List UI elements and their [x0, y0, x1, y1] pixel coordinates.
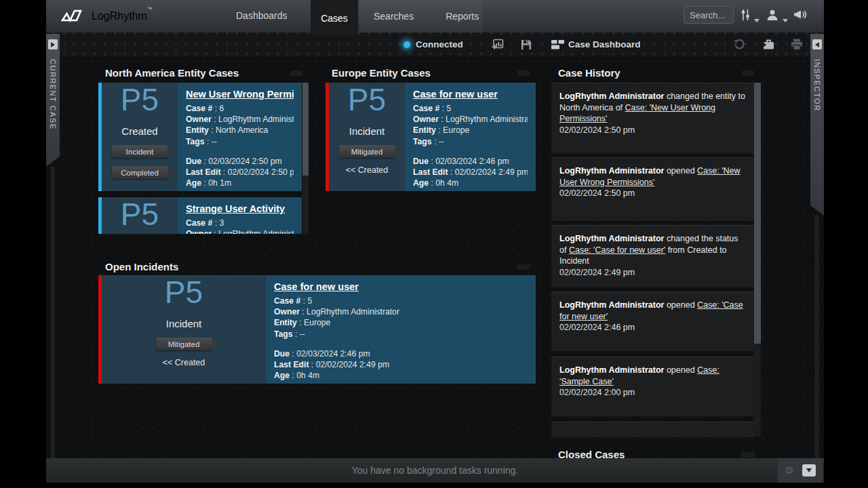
case-field: Age : 0h 4m [274, 370, 528, 381]
priority-label: P5 [121, 197, 159, 231]
actor-name: LogRhythm Administrator [559, 234, 664, 243]
priority-label: P5 [165, 275, 203, 309]
case-title-link[interactable]: Case for new user [413, 89, 528, 100]
case-card[interactable]: P5 Created Incident Completed New User W… [98, 83, 302, 191]
dashboard-name-label[interactable]: Case Dashboard [568, 39, 641, 49]
case-title-link[interactable]: Case for new user [274, 281, 528, 292]
case-link[interactable]: Case: 'Case for new user' [569, 245, 665, 255]
case-history-entry-partial [551, 422, 754, 437]
nav-item-cases-active[interactable]: Cases [311, 0, 358, 36]
panel-title-case-history: Case History [558, 67, 620, 79]
case-field: Case # : 6 [186, 103, 294, 114]
panel-menu-open-incidents[interactable] [517, 264, 530, 270]
north-america-scrollbar[interactable] [302, 83, 309, 234]
logrhythm-logo[interactable]: LogRhythm™ [61, 7, 153, 25]
europe-cases-list: P5 Incident Mitigated << Created Case fo… [326, 83, 536, 191]
case-field: Due : 02/03/2024 2:46 pm [413, 156, 528, 167]
status-back-link[interactable]: << Created [346, 165, 389, 175]
save-dashboard-icon[interactable] [520, 39, 532, 54]
actor-name: LogRhythm Administrator [559, 365, 664, 375]
add-widget-icon[interactable] [492, 39, 504, 54]
status-change-button-incident[interactable]: Incident [112, 145, 167, 158]
case-card-details: New User Wrong Permis... Case # : 6 Owne… [178, 83, 302, 191]
case-card[interactable]: P5 Incident Mitigated << Created Case fo… [326, 83, 536, 191]
trademark: ™ [147, 6, 153, 12]
actor-name: LogRhythm Administrator [559, 300, 664, 310]
nav-item-reports[interactable]: Reports [446, 11, 479, 22]
panel-menu-case-history[interactable] [742, 70, 754, 76]
search-input[interactable] [684, 6, 734, 24]
case-history-scrollbar[interactable] [754, 83, 761, 436]
north-america-cases-list: P5 Created Incident Completed New User W… [98, 83, 309, 234]
inspector-tab[interactable]: INSPECTOR [810, 34, 824, 216]
case-title-link[interactable]: New User Wrong Permis... [186, 89, 294, 100]
status-change-button-completed[interactable]: Completed [112, 166, 167, 179]
case-card-details: Case for new user Case # : 5 Owner : Log… [266, 275, 536, 384]
case-field: Owner : LogRhythm Administrator [413, 114, 528, 125]
expand-inspector-icon[interactable] [812, 39, 822, 49]
scrollbar-thumb[interactable] [302, 83, 309, 176]
undo-icon[interactable] [734, 39, 745, 53]
current-case-rail: CURRENT CASE [46, 34, 60, 458]
status-change-button-mitigated[interactable]: Mitigated [339, 145, 395, 158]
logrhythm-app: LogRhythm™ Dashboards Alarms Cases Searc… [46, 0, 824, 483]
status-change-button-mitigated[interactable]: Mitigated [156, 338, 212, 350]
entry-timestamp: 02/02/2024 2:46 pm [559, 323, 746, 332]
case-field: Age : 0h 1m [186, 178, 294, 188]
priority-label: P5 [348, 83, 386, 117]
case-card[interactable]: P5 Strange User Activity Case # : 3 Owne… [98, 197, 302, 234]
case-field: Last Edit : 02/02/2024 2:50 pm [186, 167, 294, 178]
case-status: Incident [349, 125, 385, 137]
current-case-tab[interactable]: CURRENT CASE [46, 34, 60, 167]
nav-item-searches[interactable]: Searches [374, 11, 414, 22]
inspector-rail: INSPECTOR [810, 34, 824, 458]
case-field: Last Edit : 02/02/2024 2:49 pm [413, 167, 528, 178]
current-case-label: CURRENT CASE [49, 59, 57, 130]
dashboard-toolbar: Connected [46, 33, 824, 57]
dashboard-canvas: North America Entity Cases P5 Created In… [46, 57, 824, 458]
case-field: Case # : 3 [186, 218, 294, 228]
case-card-details: Case for new user Case # : 5 Owner : Log… [405, 83, 536, 191]
case-history-entry: LogRhythm Administrator changed the enti… [551, 83, 754, 153]
case-card-left: P5 Incident Mitigated << Created [102, 275, 266, 384]
print-icon[interactable] [791, 39, 803, 53]
right-rail-strip [815, 216, 819, 458]
status-back-link[interactable]: << Created [163, 358, 205, 367]
inspector-label: INSPECTOR [813, 59, 821, 111]
connection-status-dot [403, 41, 410, 48]
tasks-dropdown-button[interactable] [802, 464, 816, 476]
panel-menu-europe[interactable] [517, 70, 530, 76]
user-icon[interactable] [766, 9, 778, 24]
case-status: Created [121, 125, 157, 137]
gear-icon[interactable]: ⚙ [785, 464, 793, 476]
expand-current-case-icon[interactable] [48, 39, 58, 49]
megaphone-icon[interactable] [793, 9, 808, 24]
case-field: Entity : North America [186, 125, 294, 136]
filter-sliders-icon[interactable] [740, 9, 751, 24]
entry-timestamp: 02/02/2024 2:49 pm [559, 268, 746, 277]
scrollbar-thumb[interactable] [754, 83, 761, 344]
case-history-entry: LogRhythm Administrator changed the stat… [551, 225, 754, 287]
user-caret-icon[interactable] [783, 14, 788, 26]
case-field: Due : 02/03/2024 2:46 pm [274, 348, 528, 359]
case-title-link[interactable]: Strange User Activity [186, 203, 294, 214]
case-briefcase-icon[interactable] [762, 39, 775, 53]
panel-menu-closed-cases[interactable] [742, 452, 754, 458]
case-field: Owner : LogRhythm Administrator [186, 114, 294, 125]
case-card[interactable]: P5 Incident Mitigated << Created Case fo… [98, 275, 536, 384]
open-incidents-list: P5 Incident Mitigated << Created Case fo… [98, 275, 536, 384]
entry-timestamp: 02/02/2024 2:00 pm [559, 388, 746, 397]
dashboard-layout-icon[interactable] [551, 40, 564, 52]
priority-label: P5 [121, 83, 159, 117]
case-history-list: LogRhythm Administrator changed the enti… [551, 83, 754, 437]
case-field: Tags : -- [186, 136, 294, 147]
logo-text: LogRhythm™ [92, 10, 153, 22]
case-field: Case # : 5 [274, 296, 528, 306]
filter-caret-icon[interactable] [754, 14, 760, 26]
case-field: Tags : -- [413, 136, 528, 147]
panel-title-closed-cases: Closed Cases [558, 449, 625, 458]
case-card-details: Strange User Activity Case # : 3 Owner :… [178, 197, 302, 234]
entry-timestamp: 02/02/2024 2:50 pm [559, 188, 746, 198]
panel-menu-north-america[interactable] [290, 70, 302, 76]
nav-item-dashboards[interactable]: Dashboards [236, 10, 288, 21]
